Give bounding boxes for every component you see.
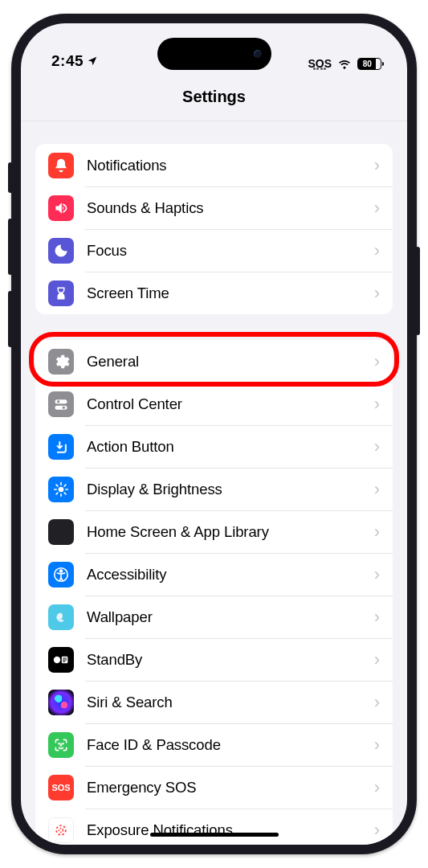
mute-switch <box>8 162 13 193</box>
row-wallpaper[interactable]: Wallpaper › <box>35 596 393 638</box>
chevron-right-icon: › <box>374 481 380 498</box>
wallpaper-icon <box>48 604 74 630</box>
control-center-icon <box>48 391 74 417</box>
settings-group-1: Notifications › Sounds & Haptics › Focus… <box>35 144 393 314</box>
siri-icon <box>48 690 74 715</box>
svg-point-14 <box>59 828 63 832</box>
row-label: StandBy <box>87 651 374 669</box>
chevron-right-icon: › <box>374 736 380 754</box>
volume-down-button <box>8 291 13 347</box>
row-label: Home Screen & App Library <box>87 523 374 541</box>
row-action-button[interactable]: Action Button › <box>35 425 393 468</box>
face-id-icon <box>48 732 74 758</box>
row-label: Siri & Search <box>87 694 374 711</box>
chevron-right-icon: › <box>374 523 380 541</box>
chevron-right-icon: › <box>374 285 380 302</box>
row-accessibility[interactable]: Accessibility › <box>35 553 393 596</box>
accessibility-icon <box>48 562 74 588</box>
settings-scroll-area[interactable]: Notifications › Sounds & Haptics › Focus… <box>21 121 407 845</box>
row-control-center[interactable]: Control Center › <box>35 383 393 425</box>
standby-icon <box>48 647 74 673</box>
sounds-icon <box>48 195 74 221</box>
display-icon <box>48 477 74 502</box>
chevron-right-icon: › <box>374 608 380 626</box>
row-display-brightness[interactable]: Display & Brightness › <box>35 468 393 510</box>
svg-point-15 <box>56 825 66 835</box>
general-icon <box>48 349 74 375</box>
settings-group-2: General › Control Center › Action Button… <box>35 340 393 845</box>
chevron-right-icon: › <box>374 157 380 174</box>
chevron-right-icon: › <box>374 566 380 583</box>
chevron-right-icon: › <box>374 694 380 711</box>
chevron-right-icon: › <box>374 395 380 413</box>
svg-rect-11 <box>63 661 65 661</box>
row-label: Accessibility <box>87 566 374 583</box>
row-screen-time[interactable]: Screen Time › <box>35 272 393 314</box>
svg-point-6 <box>60 569 63 571</box>
svg-point-3 <box>63 406 65 408</box>
row-general[interactable]: General › <box>35 340 393 383</box>
svg-point-7 <box>54 656 60 662</box>
sos-indicator: SOS <box>308 58 332 70</box>
svg-point-4 <box>59 486 64 492</box>
battery-indicator: 80 <box>357 58 381 70</box>
chevron-right-icon: › <box>374 821 380 839</box>
status-bar-right: SOS 80 <box>308 58 381 70</box>
row-label: Display & Brightness <box>87 481 374 498</box>
volume-up-button <box>8 219 13 275</box>
svg-rect-0 <box>55 399 67 403</box>
svg-point-2 <box>57 400 59 403</box>
row-label: Screen Time <box>87 285 374 302</box>
row-notifications[interactable]: Notifications › <box>35 144 393 186</box>
row-siri-search[interactable]: Siri & Search › <box>35 681 393 723</box>
chevron-right-icon: › <box>374 353 380 371</box>
svg-point-13 <box>63 743 63 743</box>
row-face-id[interactable]: Face ID & Passcode › <box>35 723 393 766</box>
location-icon <box>87 55 98 67</box>
status-time: 2:45 <box>51 52 84 70</box>
row-emergency-sos[interactable]: SOS Emergency SOS › <box>35 766 393 809</box>
exposure-icon <box>48 817 74 843</box>
row-focus[interactable]: Focus › <box>35 229 393 272</box>
row-label: Face ID & Passcode <box>87 736 374 754</box>
chevron-right-icon: › <box>374 779 380 796</box>
row-standby[interactable]: StandBy › <box>35 638 393 681</box>
chevron-right-icon: › <box>374 242 380 260</box>
iphone-frame: 2:45 SOS 80 Settings <box>11 14 417 854</box>
power-button <box>415 247 420 335</box>
home-screen-icon <box>48 519 74 545</box>
svg-rect-9 <box>63 657 67 658</box>
chevron-right-icon: › <box>374 651 380 669</box>
sos-icon: SOS <box>48 775 74 800</box>
row-label: Sounds & Haptics <box>87 199 374 217</box>
row-label: Emergency SOS <box>87 779 374 796</box>
row-exposure[interactable]: Exposure Notifications › <box>35 809 393 845</box>
front-camera <box>254 50 262 58</box>
chevron-right-icon: › <box>374 438 380 456</box>
row-label: General <box>87 353 374 371</box>
row-label: Focus <box>87 242 374 260</box>
wifi-icon <box>337 59 352 70</box>
row-home-screen[interactable]: Home Screen & App Library › <box>35 510 393 553</box>
svg-rect-10 <box>63 659 67 660</box>
action-button-icon <box>48 434 74 460</box>
screen-time-icon <box>48 280 74 306</box>
dynamic-island <box>157 38 271 70</box>
page-title: Settings <box>182 88 246 106</box>
nav-header: Settings <box>21 73 407 121</box>
row-label: Control Center <box>87 395 374 413</box>
chevron-right-icon: › <box>374 199 380 217</box>
focus-icon <box>48 238 74 264</box>
row-label: Notifications <box>87 157 374 174</box>
screen: 2:45 SOS 80 Settings <box>21 23 407 845</box>
status-bar-left: 2:45 <box>51 52 98 70</box>
row-label: Action Button <box>87 438 374 456</box>
svg-point-12 <box>59 743 59 743</box>
notifications-icon <box>48 153 74 178</box>
battery-level: 80 <box>363 59 372 68</box>
svg-rect-1 <box>55 405 67 409</box>
row-label: Wallpaper <box>87 608 374 626</box>
row-sounds-haptics[interactable]: Sounds & Haptics › <box>35 186 393 229</box>
home-indicator[interactable] <box>150 833 279 837</box>
